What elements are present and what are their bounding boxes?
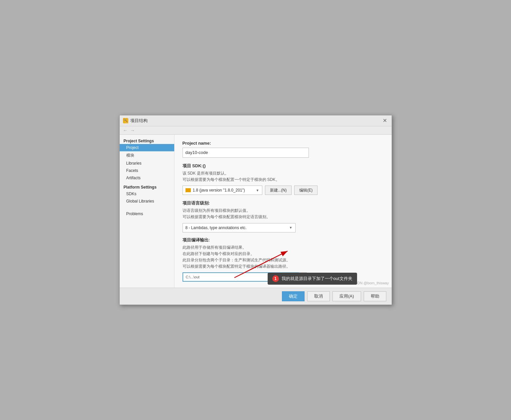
sidebar-item-artifacts[interactable]: Artifacts <box>120 174 174 182</box>
sidebar: Project Settings Project 模块 Libraries Fa… <box>120 135 175 288</box>
output-desc: 此路径用于存储所有项目编译结果。 在此路径下创建与每个模块对应的目录。 此目录分… <box>183 244 384 270</box>
title-bar-left: 🔨 项目结构 <box>123 118 148 124</box>
watermark: CSDN @born_thisway <box>352 281 389 285</box>
project-settings-label: Project Settings <box>120 137 174 144</box>
sdk-value: 1.8 (java version "1.8.0_201") <box>193 188 245 193</box>
tooltip-bubble: 1 我的就是源目录下加了一个out文件夹 <box>268 273 357 285</box>
new-sdk-button[interactable]: 新建...(N) <box>265 186 292 195</box>
output-label: 项目编译输出: <box>183 237 384 243</box>
back-button[interactable]: ← <box>122 128 128 133</box>
project-structure-dialog: 🔨 项目结构 ✕ ← → Project Settings Project 模块… <box>119 115 392 305</box>
edit-sdk-button[interactable]: 编辑(E) <box>294 186 318 195</box>
footer: 确定 取消 应用(A) 帮助 <box>120 288 392 305</box>
sidebar-item-libraries[interactable]: Libraries <box>120 160 174 167</box>
dialog-title: 项目结构 <box>130 118 148 124</box>
project-name-input[interactable] <box>183 148 309 158</box>
main-content: Project name: 项目 SDK:() 该 SDK 是所有项目默认。 可… <box>175 135 392 288</box>
sdk-icon <box>186 188 191 192</box>
sidebar-item-project[interactable]: Project <box>120 144 174 151</box>
sidebar-item-problems[interactable]: Problems <box>120 210 174 217</box>
app-icon: 🔨 <box>123 118 128 123</box>
sdk-desc: 该 SDK 是所有项目默认。 可以根据需要为每个模块配置一个特定于模块的 SDK… <box>183 170 384 183</box>
platform-settings-label: Platform Settings <box>120 184 174 190</box>
lang-dropdown[interactable]: 8 - Lambdas, type annotations etc. ▼ <box>183 223 296 232</box>
tooltip-text: 我的就是源目录下加了一个out文件夹 <box>282 276 352 282</box>
help-button[interactable]: 帮助 <box>364 291 386 301</box>
cancel-button[interactable]: 取消 <box>307 291 330 301</box>
lang-label: 项目语言级别: <box>183 200 384 206</box>
sidebar-item-modules[interactable]: 模块 <box>120 151 174 160</box>
forward-button[interactable]: → <box>130 128 136 133</box>
lang-dropdown-arrow: ▼ <box>289 226 293 229</box>
sidebar-item-facets[interactable]: Facets <box>120 167 174 174</box>
close-button[interactable]: ✕ <box>382 117 388 124</box>
sidebar-item-global-libraries[interactable]: Global Libraries <box>120 198 174 205</box>
sdk-row: 1.8 (java version "1.8.0_201") ▼ 新建...(N… <box>183 186 384 195</box>
nav-bar: ← → <box>120 126 392 135</box>
ok-button[interactable]: 确定 <box>282 291 305 301</box>
lang-value: 8 - Lambdas, type annotations etc. <box>186 225 247 230</box>
content-area: Project Settings Project 模块 Libraries Fa… <box>120 135 392 288</box>
sdk-dropdown[interactable]: 1.8 (java version "1.8.0_201") ▼ <box>183 186 262 195</box>
tooltip-number: 1 <box>272 275 279 282</box>
sdk-dropdown-arrow: ▼ <box>256 189 259 192</box>
lang-desc: 访语言级别为所有项目模块的默认值。 可以根据需要为每个模块配置模块特定语言级别。 <box>183 208 384 220</box>
sidebar-item-sdks[interactable]: SDKs <box>120 190 174 198</box>
apply-button[interactable]: 应用(A) <box>332 291 361 301</box>
title-bar: 🔨 项目结构 ✕ <box>120 115 392 126</box>
sdk-label: 项目 SDK:() <box>183 163 384 169</box>
project-name-label: Project name: <box>183 141 384 146</box>
